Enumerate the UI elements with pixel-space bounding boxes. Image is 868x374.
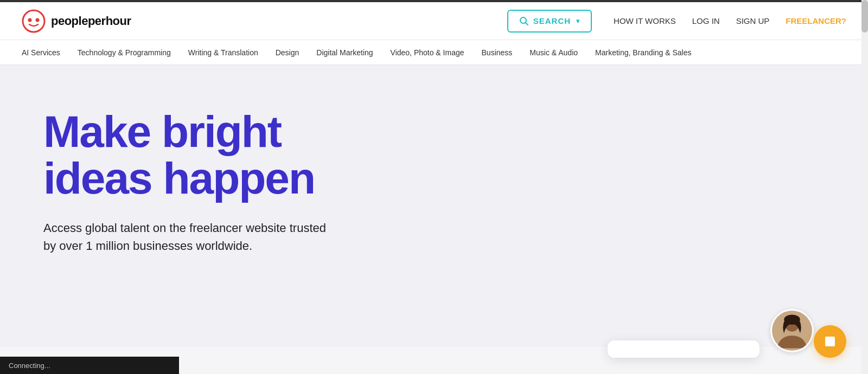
scrollbar-thumb[interactable] [861, 0, 868, 33]
search-icon [519, 16, 529, 26]
avatar-area [770, 309, 814, 347]
svg-point-1 [28, 18, 32, 22]
hero-section: Make bright ideas happen Access global t… [0, 65, 868, 347]
category-music-audio[interactable]: Music & Audio [521, 40, 586, 65]
freelancer-link[interactable]: FREELANCER? [786, 16, 846, 25]
search-button[interactable]: SEARCH ▾ [507, 10, 592, 33]
logo-icon [22, 9, 46, 33]
hero-title: Make bright ideas happen [43, 108, 423, 202]
category-marketing-branding-sales[interactable]: Marketing, Branding & Sales [586, 40, 700, 65]
category-digital-marketing[interactable]: Digital Marketing [308, 40, 381, 65]
logo[interactable]: peopleperhour [22, 9, 131, 33]
category-nav: AI Services Technology & Programming Wri… [0, 40, 868, 65]
chevron-down-icon: ▾ [576, 17, 580, 25]
category-business[interactable]: Business [473, 40, 521, 65]
search-label: SEARCH [533, 16, 571, 25]
signup-link[interactable]: SIGN UP [736, 16, 770, 25]
chat-widget [608, 340, 760, 347]
main-nav: HOW IT WORKS LOG IN SIGN UP FREELANCER? [614, 16, 846, 25]
avatar-image [772, 311, 812, 347]
chat-button-icon [823, 334, 837, 347]
svg-rect-8 [825, 337, 835, 346]
category-ai-services[interactable]: AI Services [22, 40, 69, 65]
hero-content: Make bright ideas happen Access global t… [43, 108, 423, 255]
category-video-photo-image[interactable]: Video, Photo & Image [382, 40, 473, 65]
category-writing-translation[interactable]: Writing & Translation [180, 40, 267, 65]
avatar [770, 309, 814, 347]
logo-text: peopleperhour [51, 14, 131, 28]
svg-point-2 [36, 18, 40, 22]
svg-line-4 [525, 22, 528, 25]
how-it-works-link[interactable]: HOW IT WORKS [614, 16, 676, 25]
header: peopleperhour SEARCH ▾ HOW IT WORKS LOG … [0, 2, 868, 40]
login-link[interactable]: LOG IN [692, 16, 720, 25]
category-technology-programming[interactable]: Technology & Programming [69, 40, 180, 65]
svg-point-0 [23, 10, 44, 32]
scrollbar[interactable] [861, 0, 868, 347]
hero-subtitle: Access global talent on the freelancer w… [43, 219, 336, 255]
category-design[interactable]: Design [267, 40, 308, 65]
